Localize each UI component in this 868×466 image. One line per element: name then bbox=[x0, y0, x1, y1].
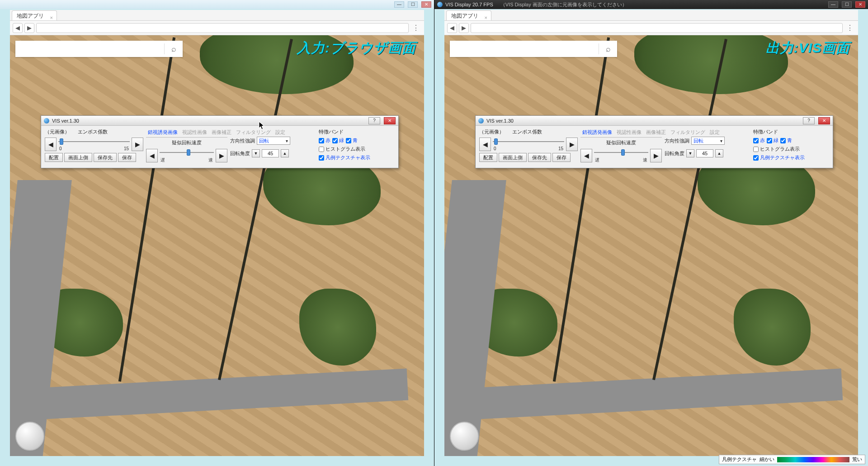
url-bar[interactable] bbox=[36, 23, 409, 33]
tab-visibility[interactable]: 視認性画像 bbox=[615, 128, 643, 136]
speed-slider[interactable] bbox=[160, 148, 214, 157]
close-button[interactable]: ✕ bbox=[855, 1, 865, 8]
orig-prev-button[interactable]: ◀ bbox=[45, 138, 57, 151]
direction-value: 回転 bbox=[259, 138, 269, 144]
vis-mode-tabs: 錯視誘発画像 視認性画像 画像補正 フィルタリング 設定 bbox=[146, 128, 227, 138]
maximize-button[interactable]: ☐ bbox=[842, 1, 852, 8]
chk-green[interactable]: 緑 bbox=[767, 137, 778, 144]
place-button[interactable]: 配置 bbox=[45, 153, 63, 162]
vis-display-app-icon bbox=[437, 2, 443, 7]
minimize-button[interactable]: — bbox=[394, 1, 404, 8]
back-button[interactable]: ◀ bbox=[13, 23, 23, 33]
right-viewport: ⌕ 出力:VIS画面 VIS ver.1.30 ? ✕ bbox=[444, 35, 858, 456]
direction-combo[interactable]: 回転 ▾ bbox=[257, 137, 290, 145]
tab-illusion[interactable]: 錯視誘発画像 bbox=[580, 128, 614, 136]
minimize-button[interactable]: — bbox=[828, 1, 838, 8]
speed-next-button[interactable]: ▶ bbox=[216, 149, 227, 162]
emboss-min: 0 bbox=[59, 146, 62, 151]
vis-mode-tabs: 錯視誘発画像 視認性画像 画像補正 フィルタリング 設定 bbox=[580, 128, 662, 138]
maximize-button[interactable]: ☐ bbox=[408, 1, 418, 8]
right-tabbar: 地図アプリ × bbox=[444, 10, 858, 21]
forward-button[interactable]: ▶ bbox=[24, 23, 34, 33]
right-tab-label: 地図アプリ bbox=[451, 13, 478, 19]
save-button[interactable]: 保存 bbox=[552, 153, 571, 162]
map-search: ⌕ bbox=[450, 41, 617, 57]
vis-title-text: VIS ver.1.30 bbox=[52, 118, 79, 124]
right-browser: 地図アプリ × ◀ ▶ ⋮ bbox=[444, 10, 858, 456]
speed-slow: 遅 bbox=[160, 157, 165, 163]
emboss-label: エンボス係数 bbox=[512, 128, 542, 135]
vis-close-button[interactable]: ✕ bbox=[818, 117, 830, 124]
chk-blue[interactable]: 青 bbox=[346, 137, 358, 144]
chk-legend-texture[interactable]: 凡例テクスチャ表示 bbox=[753, 154, 829, 161]
angle-up-button[interactable]: ▲ bbox=[715, 149, 723, 157]
angle-up-button[interactable]: ▲ bbox=[281, 149, 289, 157]
save-dest-button[interactable]: 保存先 bbox=[94, 153, 117, 162]
vis-help-button[interactable]: ? bbox=[368, 117, 380, 124]
orig-next-button[interactable]: ▶ bbox=[132, 138, 143, 151]
right-browser-tab[interactable]: 地図アプリ × bbox=[446, 10, 491, 20]
chk-histogram[interactable]: ヒストグラム表示 bbox=[319, 146, 395, 152]
forward-button[interactable]: ▶ bbox=[459, 23, 469, 33]
close-tab-icon[interactable]: × bbox=[50, 13, 53, 23]
emboss-max: 15 bbox=[124, 146, 129, 151]
compass-icon[interactable] bbox=[450, 422, 479, 451]
chk-histogram[interactable]: ヒストグラム表示 bbox=[753, 146, 829, 152]
orig-prev-button[interactable]: ◀ bbox=[479, 138, 491, 151]
compass-icon[interactable] bbox=[15, 422, 44, 451]
emboss-slider[interactable] bbox=[493, 137, 564, 146]
angle-down-button[interactable]: ▼ bbox=[686, 149, 694, 157]
chk-blue[interactable]: 青 bbox=[780, 137, 792, 144]
speed-prev-button[interactable]: ◀ bbox=[146, 149, 158, 162]
left-tabbar: 地図アプリ × bbox=[10, 10, 424, 21]
angle-value[interactable]: 45 bbox=[696, 149, 713, 157]
speed-slider[interactable] bbox=[594, 148, 648, 157]
left-toolbar: ◀ ▶ ⋮ bbox=[10, 21, 424, 35]
angle-label: 回転角度 bbox=[665, 150, 684, 157]
map-search-input[interactable] bbox=[450, 41, 599, 57]
left-viewport: ⌕ 入力:ブラウザ画面 VIS ver.1.30 ? ✕ bbox=[10, 35, 424, 456]
browser-menu-icon[interactable]: ⋮ bbox=[410, 24, 421, 32]
right-caption: 出力:VIS画面 bbox=[766, 39, 850, 57]
chk-green[interactable]: 緑 bbox=[332, 137, 344, 144]
close-tab-icon[interactable]: × bbox=[485, 13, 487, 23]
right-toolbar: ◀ ▶ ⋮ bbox=[444, 21, 858, 35]
chk-red[interactable]: 赤 bbox=[753, 137, 765, 144]
vis-help-button[interactable]: ? bbox=[803, 117, 815, 124]
vis-titlebar[interactable]: VIS ver.1.30 ? ✕ bbox=[476, 116, 833, 126]
screen-top-button[interactable]: 画面上側 bbox=[64, 153, 92, 162]
angle-down-button[interactable]: ▼ bbox=[252, 149, 260, 157]
screen-top-button[interactable]: 画面上側 bbox=[499, 153, 527, 162]
vis-close-button[interactable]: ✕ bbox=[384, 117, 396, 124]
browser-menu-icon[interactable]: ⋮ bbox=[844, 24, 855, 32]
vis-dialog: VIS ver.1.30 ? ✕ （元画像） エンボス係数 bbox=[475, 115, 833, 168]
speed-prev-button[interactable]: ◀ bbox=[580, 149, 592, 162]
direction-combo[interactable]: 回転 ▾ bbox=[691, 137, 725, 145]
angle-value[interactable]: 45 bbox=[262, 149, 279, 157]
orig-image-label: （元画像） bbox=[479, 128, 504, 135]
right-os-hint: （VIS Display 画面の左側に元画像を表示してください） bbox=[500, 1, 627, 8]
left-browser-tab[interactable]: 地図アプリ × bbox=[12, 10, 57, 20]
orig-next-button[interactable]: ▶ bbox=[566, 138, 578, 151]
map-search-input[interactable] bbox=[15, 41, 164, 57]
search-icon[interactable]: ⌕ bbox=[165, 44, 183, 54]
legend-right: 荒い bbox=[852, 456, 862, 463]
vis-app-icon bbox=[478, 118, 484, 124]
legend-bar: 凡例テクスチャ 細かい 荒い bbox=[719, 455, 865, 464]
search-icon[interactable]: ⌕ bbox=[599, 44, 617, 54]
tab-illusion[interactable]: 錯視誘発画像 bbox=[146, 128, 179, 136]
chk-red[interactable]: 赤 bbox=[319, 137, 330, 144]
angle-label: 回転角度 bbox=[230, 150, 250, 157]
vis-title-text: VIS ver.1.30 bbox=[486, 118, 514, 124]
place-button[interactable]: 配置 bbox=[479, 153, 497, 162]
chk-legend-texture[interactable]: 凡例テクスチャ表示 bbox=[319, 154, 395, 161]
url-bar[interactable] bbox=[471, 23, 843, 33]
save-dest-button[interactable]: 保存先 bbox=[528, 153, 551, 162]
speed-next-button[interactable]: ▶ bbox=[650, 149, 662, 162]
close-button[interactable]: ✕ bbox=[421, 1, 431, 8]
save-button[interactable]: 保存 bbox=[118, 153, 136, 162]
back-button[interactable]: ◀ bbox=[447, 23, 457, 33]
emboss-slider[interactable] bbox=[58, 137, 130, 146]
tab-visibility[interactable]: 視認性画像 bbox=[180, 128, 209, 136]
vis-titlebar[interactable]: VIS ver.1.30 ? ✕ bbox=[41, 116, 398, 126]
